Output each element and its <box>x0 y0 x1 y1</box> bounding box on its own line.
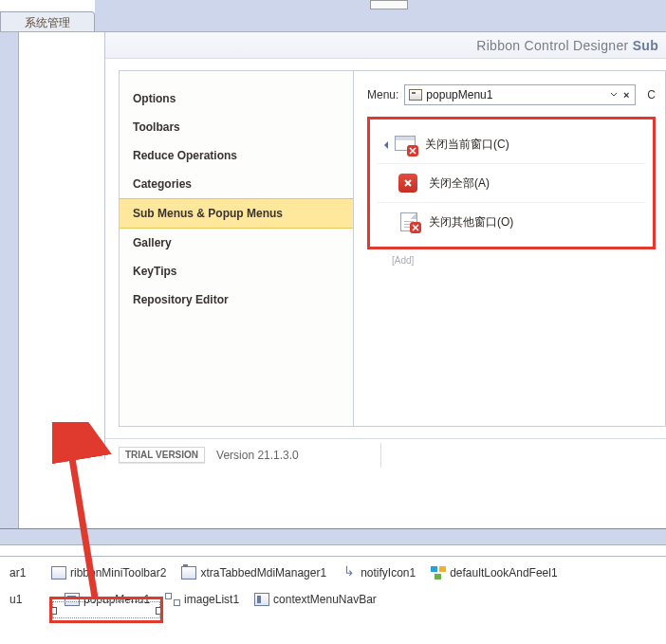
designer-title: Ribbon Control Designer <box>476 38 628 53</box>
ribbon-designer-window: Ribbon Control Designer Sub Options Tool… <box>104 32 666 459</box>
designer-title-bar: Ribbon Control Designer Sub <box>105 32 666 59</box>
popup-item-label: 关闭其他窗口(O) <box>429 214 513 230</box>
nav-gallery[interactable]: Gallery <box>120 229 353 257</box>
toolbar-icon <box>51 566 66 580</box>
designer-title-sub: Sub <box>633 38 658 53</box>
close-other-icon <box>398 212 419 231</box>
triangle-left-icon <box>383 139 389 149</box>
tray-item-partial2[interactable]: u1 <box>9 593 28 606</box>
tray-item-context-menu-nav[interactable]: contextMenuNavBar <box>254 593 377 606</box>
component-tray: ar1 ribbonMiniToolbar2 xtraTabbedMdiMana… <box>0 556 666 643</box>
tab-system-manage[interactable]: 系统管理 <box>0 11 95 32</box>
designer-footer: TRIAL VERSION Version 21.1.3.0 <box>105 438 666 470</box>
context-menu-icon <box>254 593 269 606</box>
clear-icon[interactable]: × <box>621 90 631 100</box>
popup-item-close-current[interactable]: 关闭当前窗口(C) <box>378 125 645 164</box>
trial-badge: TRIAL VERSION <box>119 447 205 463</box>
tray-item-partial[interactable]: ar1 <box>9 566 36 580</box>
tabbed-icon <box>181 566 196 580</box>
designer-content-panel: Menu: popupMenu1 × C 关闭当前窗口(C) <box>354 70 666 427</box>
popup-menu-icon <box>65 593 80 606</box>
chevron-down-icon[interactable] <box>610 91 618 99</box>
partial-widget <box>370 0 408 9</box>
notify-icon <box>342 566 357 580</box>
version-text: Version 21.1.3.0 <box>216 449 299 462</box>
popup-item-label: 关闭全部(A) <box>429 175 490 192</box>
tray-item-ribbon-mini-toolbar[interactable]: ribbonMiniToolbar2 <box>51 566 166 580</box>
popup-item-label: 关闭当前窗口(C) <box>425 137 509 153</box>
designer-nav-panel: Options Toolbars Reduce Operations Categ… <box>119 70 354 427</box>
tray-item-notify-icon[interactable]: notifyIcon1 <box>342 566 416 580</box>
nav-categories[interactable]: Categories <box>120 170 353 198</box>
nav-options[interactable]: Options <box>120 84 353 113</box>
tray-item-xtra-tabbed-mdi[interactable]: xtraTabbedMdiManager1 <box>181 566 326 580</box>
menu-label: Menu: <box>367 88 398 101</box>
nav-keytips[interactable]: KeyTips <box>120 257 353 285</box>
nav-toolbars[interactable]: Toolbars <box>120 113 353 141</box>
close-window-icon <box>395 135 416 154</box>
image-list-icon <box>165 593 180 606</box>
menu-extra-link[interactable]: C <box>647 88 656 101</box>
popup-menu-icon <box>409 89 422 101</box>
nav-repository-editor[interactable]: Repository Editor <box>120 285 353 314</box>
close-all-icon <box>398 174 419 193</box>
popup-item-close-all[interactable]: 关闭全部(A) <box>378 164 645 203</box>
popup-item-close-others[interactable]: 关闭其他窗口(O) <box>378 203 645 241</box>
tray-item-default-look[interactable]: defaultLookAndFeel1 <box>431 566 557 580</box>
add-item-placeholder[interactable]: [Add] <box>392 255 656 266</box>
menu-dropdown[interactable]: popupMenu1 × <box>404 84 636 105</box>
tray-item-image-list[interactable]: imageList1 <box>165 593 239 606</box>
look-icon <box>431 566 446 580</box>
tray-item-popup-menu[interactable]: popupMenu1 <box>65 593 150 606</box>
menu-dropdown-value: popupMenu1 <box>426 88 606 101</box>
nav-reduce-operations[interactable]: Reduce Operations <box>120 141 353 170</box>
popup-items-highlight: 关闭当前窗口(C) 关闭全部(A) <box>367 117 656 249</box>
nav-sub-menus[interactable]: Sub Menus & Popup Menus <box>120 198 353 229</box>
